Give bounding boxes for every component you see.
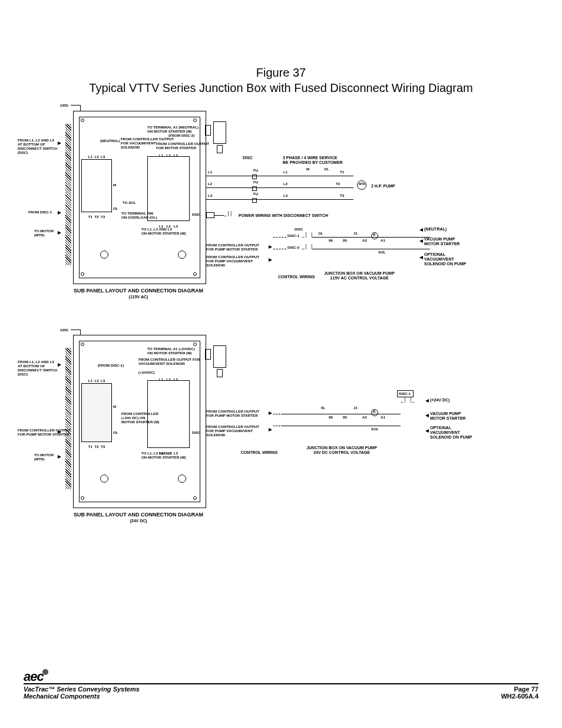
j1-upper: J1 xyxy=(353,231,358,235)
l1l2l3-disc-lower: L1 L2 L3 xyxy=(150,377,187,381)
from-disc1-upper: FROM DISC-1 xyxy=(28,210,52,214)
pump-upper: 2 H.P. PUMP xyxy=(371,184,395,189)
n95-lower: 95 xyxy=(343,415,347,419)
control-wiring-upper: CONTROL WIRING xyxy=(278,275,315,279)
figure-number: Figure 37 xyxy=(256,66,306,79)
control-wiring-lower: CONTROL WIRING xyxy=(230,450,289,455)
fu1-upper: FU xyxy=(253,168,258,172)
l1l2l3-lower: L1 L2 L3 xyxy=(82,378,111,383)
from-ctrl-motor-upper: FROM CONTROLLER OUTPUT FOR MOTOR STARTER xyxy=(156,141,209,150)
fu3-upper: FU xyxy=(253,192,258,196)
jbox-upper: JUNCTION BOX ON VACUUM PUMP 115V AC CONT… xyxy=(312,271,406,281)
ctrl-m-upper: M xyxy=(373,233,375,237)
from-ctrl-starter-lower: FROM CONTROLLER OUTPUT FOR PUMP MOTOR ST… xyxy=(206,409,259,417)
footer-page: Page 77 xyxy=(514,686,538,693)
ol-label-upper: OL xyxy=(113,206,118,210)
caption-sub-lower: (24V DC) xyxy=(65,519,212,523)
caption-upper: SUB PANEL LAYOUT AND CONNECTION DIAGRAM xyxy=(65,288,212,294)
sch-m-upper: M xyxy=(306,167,309,171)
caption-sub-upper: (115V AC) xyxy=(65,295,212,299)
jbox-lower: JUNCTION BOX ON VACUUM PUMP 24V DC CONTR… xyxy=(289,446,395,455)
diagram-area: GRD L1 L2 L3 M OL T1 T2 T3 L1 L2 L3 DISC… xyxy=(24,100,538,631)
j1-lower: J1 xyxy=(353,406,358,410)
from-l1l2l3-upper: FROM L1, L2 AND L3 AT BOTTOM OF DISCONNE… xyxy=(18,138,57,155)
from-disc1-panel-lower: (FROM DISC-1) xyxy=(98,363,124,367)
ctrl-disc-upper: DISC xyxy=(295,227,303,231)
grd-label-lower: GRD xyxy=(60,328,68,332)
disc1-lower: DISC-1 xyxy=(399,391,411,396)
to-l1l2l3-starter-upper: TO L1, L2 AND L3 ON MOTOR STARTER (M) xyxy=(141,227,186,235)
sch-l2r-upper: L2 xyxy=(283,182,287,186)
footer-doc: WH2-605A.4 xyxy=(501,693,538,700)
disc1-upper: DISC-1 xyxy=(287,233,299,238)
figure-title: Figure 37 Typical VTTV Series Junction B… xyxy=(24,65,538,95)
a2-lower: A2 xyxy=(362,415,367,419)
to-term96-upper: TO TERMINAL #96 ON OVERLOAD (OL) xyxy=(121,211,157,219)
l1l2l3-disc-upper: L1 L2 L3 xyxy=(150,153,187,157)
from-ctrl-starter-left-lower: FROM CONTROLLER OUTPUT FOR PUMP MOTOR ST… xyxy=(18,428,71,436)
to-motor-lower: TO MOTOR (MTR) xyxy=(34,453,54,461)
vpms-upper: VACUUM PUMP MOTOR STARTER xyxy=(424,237,459,246)
t1t2t3-lower: T1 T2 T3 xyxy=(82,444,111,449)
l1l2l3-upper: L1 L2 L3 xyxy=(82,154,111,159)
disc2-upper: DISC-2 xyxy=(287,245,299,249)
disconnect-switch-lower xyxy=(213,345,226,368)
a1-lower: A1 xyxy=(381,415,385,419)
knockout-lower xyxy=(205,349,211,360)
to-motor-upper: TO MOTOR (MTR) xyxy=(34,229,54,237)
t1t2t3-upper: T1 T2 T3 xyxy=(82,215,111,219)
neutral-right-upper: (NEUTRAL) xyxy=(424,227,447,232)
disc-label-lower: DISC xyxy=(192,430,201,434)
to-term-a1-upper: TO TERMINAL A1 (NEUTRAL) ON MOTOR STARTE… xyxy=(147,125,199,133)
from-ctrl-starter-upper: FROM CONTROLLER OUTPUT FOR PUMP MOTOR ST… xyxy=(206,243,259,251)
a2-upper: A2 xyxy=(362,238,367,242)
opt-sol-upper: OPTIONAL VACUUM/VENT SOLENOID ON PUMP xyxy=(424,252,466,266)
sol-upper: SOL xyxy=(378,250,386,254)
sch-t1-upper: T1 xyxy=(340,170,344,174)
brand-logo: aec xyxy=(24,669,48,684)
ctrl-ol-upper: OL xyxy=(318,231,323,235)
sch-ol-upper: OL xyxy=(324,167,329,171)
opt-sol-lower: OPTIONAL VACUUM/VENT SOLENOID ON PUMP xyxy=(430,426,472,440)
vpms-lower: VACUUM PUMP MOTOR STARTER xyxy=(430,411,465,421)
to-term-a1-lower: TO TERMINAL A1 (+24VDC) ON MOTOR STARTER… xyxy=(147,347,195,355)
ol-label-lower: OL xyxy=(113,430,118,434)
ctrl-ol-lower: 0L xyxy=(321,406,325,410)
m-label-upper: M xyxy=(113,183,116,187)
figure-caption: Typical VTTV Series Junction Box with Fu… xyxy=(89,81,472,94)
plus24-panel-lower: (+24VDC) xyxy=(138,370,155,374)
motor-starter-block-upper xyxy=(81,159,112,212)
n95-upper: 95 xyxy=(343,238,347,242)
sol-lower: SOL xyxy=(371,427,379,431)
disconnect-switch-upper xyxy=(213,121,226,144)
caption-lower: SUB PANEL LAYOUT AND CONNECTION DIAGRAM xyxy=(65,512,212,518)
motor-starter-block-lower xyxy=(81,383,112,442)
page-footer: VacTrac™ Series Conveying Systems Mechan… xyxy=(24,683,538,700)
grd-label-upper: GRD xyxy=(60,103,68,107)
from-ctrl-96-lower: FROM CONTROLLER (+24V DC) ON MOTOR START… xyxy=(121,411,159,424)
sch-l1r-upper: L1 xyxy=(283,170,287,174)
footer-section: Mechanical Components xyxy=(24,693,100,700)
plus24-lower: (+24V DC) xyxy=(430,398,449,403)
to-l1l2l3-starter-lower: TO L1, L2 AND L3 ON MOTOR STARTER (M) xyxy=(141,451,186,459)
sch-l1-upper: L1 xyxy=(208,170,212,174)
sch-t3-upper: T3 xyxy=(340,193,344,197)
sch-l3-upper: L3 xyxy=(208,193,212,197)
sch-l2-upper: L2 xyxy=(208,182,212,186)
from-ctrl-sol-lower: FROM CONTROLLER OUTPUT FOR PUMP VACUUM/V… xyxy=(206,424,259,437)
to-sol-upper: TO SOL xyxy=(123,200,136,205)
disc-label-upper: DISC xyxy=(192,212,201,216)
ds-box-upper xyxy=(206,212,214,218)
neutral-panel-upper: (NEUTRAL) xyxy=(100,139,120,143)
sch-t2-upper: T2 xyxy=(336,182,340,186)
knockout-upper xyxy=(205,125,211,136)
a1-upper: A1 xyxy=(381,238,385,242)
n96-lower: 96 xyxy=(329,415,333,419)
from-l1l2l3-lower: FROM L1, L2 AND L3 AT BOTTOM OF DISCONNE… xyxy=(18,360,57,377)
fu2-upper: FU xyxy=(253,180,258,184)
from-disc2-upper: (FROM DISC-2) xyxy=(168,133,194,137)
power-wiring-upper: POWER WIRING WITH DISCONNECT SWITCH xyxy=(239,213,328,218)
disc-sch-upper: DISC xyxy=(243,156,253,160)
from-ctrl-sol-panel-lower: FROM CONTROLLER OUTPUT FOR VACUUM/VENT S… xyxy=(138,357,200,365)
n96-upper: 96 xyxy=(329,238,333,242)
